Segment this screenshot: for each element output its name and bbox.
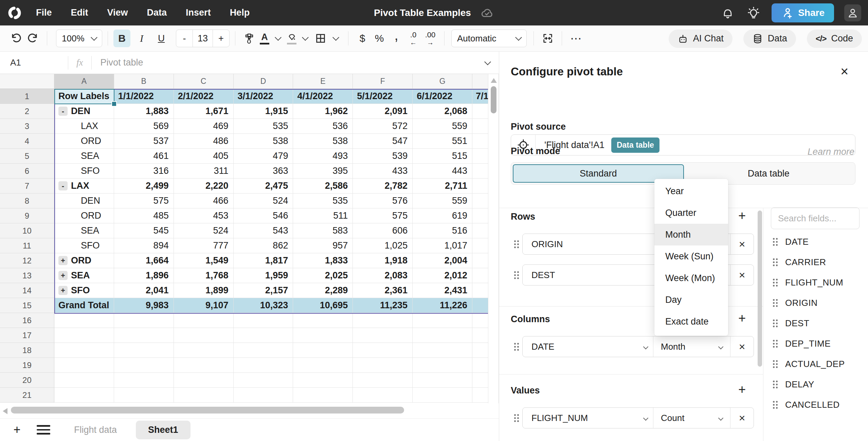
cell-empty[interactable] bbox=[293, 373, 353, 388]
cell-value[interactable]: 511 bbox=[293, 208, 353, 223]
cell-value[interactable]: 957 bbox=[293, 238, 353, 253]
cell-value[interactable]: 316 bbox=[114, 164, 174, 179]
row-header-20[interactable]: 20 bbox=[0, 373, 54, 388]
cell-empty[interactable] bbox=[293, 358, 353, 373]
cell-empty[interactable] bbox=[234, 343, 293, 358]
sheet-list-menu-icon[interactable] bbox=[37, 425, 50, 435]
row-header-3[interactable]: 3 bbox=[0, 119, 54, 134]
borders-dropdown[interactable] bbox=[329, 30, 343, 47]
cell-empty[interactable] bbox=[293, 343, 353, 358]
dropdown-option-week-mon-[interactable]: Week (Mon) bbox=[654, 267, 728, 289]
cell-row-label[interactable]: -LAX bbox=[54, 179, 114, 194]
cell-value[interactable]: 1,918 bbox=[353, 253, 413, 268]
cell-value[interactable]: 559 bbox=[413, 119, 472, 134]
cell-empty[interactable] bbox=[54, 388, 114, 403]
cell-value-partial[interactable] bbox=[472, 268, 488, 283]
formula-input[interactable]: Pivot table bbox=[101, 57, 486, 68]
cell-value-partial[interactable] bbox=[472, 149, 488, 164]
cell-empty[interactable] bbox=[293, 328, 353, 343]
row-header-9[interactable]: 9 bbox=[0, 208, 54, 223]
cell-empty[interactable] bbox=[54, 328, 114, 343]
cell-value[interactable]: 1,833 bbox=[293, 253, 353, 268]
comma-format-button[interactable]: , bbox=[388, 30, 405, 47]
values-field-name[interactable]: FLIGHT_NUM bbox=[523, 413, 653, 423]
cell-empty[interactable] bbox=[114, 328, 174, 343]
redo-button[interactable] bbox=[24, 30, 41, 47]
field-list-item-origin[interactable]: ORIGIN bbox=[773, 298, 817, 308]
cell-value[interactable]: 546 bbox=[234, 208, 293, 223]
cell-value[interactable]: 2,068 bbox=[413, 104, 472, 119]
cell-empty[interactable] bbox=[114, 388, 174, 403]
cell-empty[interactable] bbox=[472, 313, 488, 328]
cell-date-header[interactable]: 3/1/2022 bbox=[234, 89, 293, 104]
spreadsheet-grid[interactable]: 1Row Labels1/1/20222/1/20223/1/20224/1/2… bbox=[0, 89, 488, 403]
cell-value[interactable]: 433 bbox=[353, 164, 413, 179]
number-format-select[interactable]: Automatic bbox=[451, 30, 527, 47]
cell-value[interactable]: 572 bbox=[353, 119, 413, 134]
cell-value-partial[interactable] bbox=[472, 104, 488, 119]
scroll-up-arrow[interactable] bbox=[491, 78, 497, 83]
field-list-item-date[interactable]: DATE bbox=[773, 237, 809, 247]
cell-value[interactable]: 1,962 bbox=[293, 104, 353, 119]
cell-value[interactable]: 469 bbox=[174, 119, 234, 134]
cell-row-label[interactable]: -DEN bbox=[54, 104, 114, 119]
dropdown-option-quarter[interactable]: Quarter bbox=[654, 202, 728, 224]
cell-row-label[interactable]: LAX bbox=[54, 119, 114, 134]
cell-date-header-partial[interactable]: 7/1/2022 bbox=[472, 89, 488, 104]
search-fields-input[interactable]: Search fields... bbox=[771, 207, 860, 229]
cell-value[interactable]: 1,883 bbox=[114, 104, 174, 119]
column-header-C[interactable]: C bbox=[174, 74, 234, 89]
cell-row-label[interactable]: DEN bbox=[54, 194, 114, 208]
merge-cells-button[interactable] bbox=[539, 30, 556, 47]
cell-date-header[interactable]: 6/1/2022 bbox=[413, 89, 472, 104]
learn-more-link[interactable]: Learn more bbox=[808, 147, 854, 157]
cell-value[interactable]: 311 bbox=[174, 164, 234, 179]
cell-value[interactable]: 516 bbox=[413, 223, 472, 238]
row-header-6[interactable]: 6 bbox=[0, 164, 54, 179]
cell-value[interactable]: 493 bbox=[293, 149, 353, 164]
collapse-group-button[interactable]: - bbox=[58, 181, 68, 190]
bold-button[interactable]: B bbox=[113, 30, 130, 47]
cell-value[interactable]: 537 bbox=[114, 134, 174, 149]
cell-empty[interactable] bbox=[174, 343, 234, 358]
cell-value[interactable]: 777 bbox=[174, 238, 234, 253]
cell-value[interactable]: 862 bbox=[234, 238, 293, 253]
cell-value[interactable]: 443 bbox=[413, 164, 472, 179]
cell-reference-box[interactable]: A1 bbox=[10, 57, 68, 68]
cell-value-partial[interactable] bbox=[472, 208, 488, 223]
cell-value[interactable]: 515 bbox=[413, 149, 472, 164]
cell-value[interactable]: 453 bbox=[174, 208, 234, 223]
cell-value[interactable]: 2,711 bbox=[413, 179, 472, 194]
column-header-E[interactable]: E bbox=[293, 74, 353, 89]
drag-handle-icon[interactable] bbox=[514, 343, 519, 350]
field-list-item-carrier[interactable]: CARRIER bbox=[773, 257, 826, 267]
cell-date-header[interactable]: 4/1/2022 bbox=[293, 89, 353, 104]
sheet-tab-sheet1[interactable]: Sheet1 bbox=[136, 421, 191, 439]
cell-empty[interactable] bbox=[293, 388, 353, 403]
cell-value[interactable]: 10,695 bbox=[293, 298, 353, 313]
fill-color-dropdown[interactable] bbox=[299, 30, 312, 47]
cell-empty[interactable] bbox=[413, 358, 472, 373]
cell-value[interactable]: 1,025 bbox=[353, 238, 413, 253]
cell-value[interactable]: 1,899 bbox=[174, 283, 234, 298]
zoom-select[interactable]: 100% bbox=[56, 30, 102, 47]
cell-value[interactable]: 1,549 bbox=[174, 253, 234, 268]
font-size-value[interactable]: 13 bbox=[193, 30, 213, 47]
cell-empty[interactable] bbox=[413, 343, 472, 358]
increase-decimal-button[interactable]: .00 → bbox=[422, 30, 439, 47]
cell-value[interactable]: 1,768 bbox=[174, 268, 234, 283]
cell-value-partial[interactable] bbox=[472, 164, 488, 179]
cell-empty[interactable] bbox=[353, 358, 413, 373]
remove-field-button[interactable]: × bbox=[730, 234, 754, 254]
cell-value[interactable]: 1,664 bbox=[114, 253, 174, 268]
field-option-select[interactable]: Count bbox=[653, 408, 730, 428]
field-list-item-cancelled[interactable]: CANCELLED bbox=[773, 400, 840, 410]
cell-value[interactable]: 9,107 bbox=[174, 298, 234, 313]
menu-item-data[interactable]: Data bbox=[147, 7, 167, 18]
column-header-partial[interactable] bbox=[472, 74, 488, 89]
app-logo-icon[interactable] bbox=[7, 6, 22, 20]
font-size-decrease-button[interactable]: - bbox=[176, 30, 193, 47]
add-value-field-button[interactable]: + bbox=[738, 382, 746, 397]
row-header-10[interactable]: 10 bbox=[0, 223, 54, 238]
drag-handle-icon[interactable] bbox=[514, 271, 519, 279]
